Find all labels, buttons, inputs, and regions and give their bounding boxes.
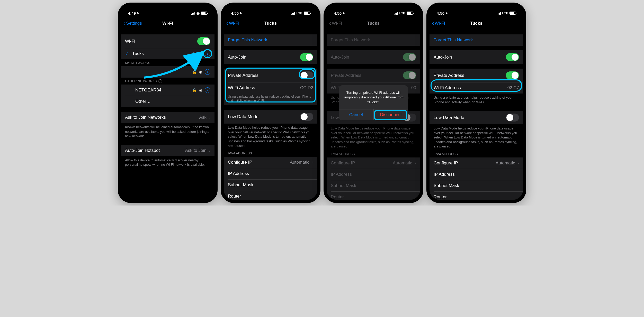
configure-ip-row[interactable]: Configure IPAutomatic› [430, 157, 523, 169]
info-icon[interactable]: i [205, 51, 210, 57]
location-icon: ➤ [240, 11, 242, 15]
hotspot-footer: Allow this device to automatically disco… [121, 156, 214, 169]
lte-label: LTE [502, 11, 508, 15]
alert-message: Turning on private Wi-Fi address will te… [339, 85, 408, 109]
status-time: 4:50 [231, 11, 239, 15]
wifi-strength-icon: ◉ [199, 70, 202, 74]
battery-icon [509, 12, 516, 15]
wifi-switch[interactable] [197, 37, 210, 45]
screen-2: 4:50➤ LTE ‹Wi-Fi Tucks Forget This Netwo… [224, 6, 317, 200]
wifi-addr-value: CC:D2 [300, 85, 313, 90]
wifi-addr-label: Wi-Fi Address [228, 85, 300, 90]
chevron-left-icon: ‹ [226, 20, 228, 27]
ipv4-header: IPV4 ADDRESS [430, 151, 523, 157]
signal-icon [291, 12, 295, 15]
other-row[interactable]: Other… [121, 96, 214, 107]
signal-icon [191, 12, 195, 15]
location-icon: ➤ [137, 11, 139, 15]
low-data-row[interactable]: Low Data Mode [430, 111, 523, 124]
wifi-toggle-row[interactable]: Wi-Fi [121, 34, 214, 48]
wifi-label: Wi-Fi [125, 39, 197, 44]
notch [248, 3, 293, 10]
wifi-addr-value: 02:C7 [507, 85, 519, 90]
cfg-label: Configure IP [434, 161, 496, 166]
subnet-label: Subnet Mask [228, 182, 313, 188]
content: Wi-Fi ✓Tucks 🔒◉i MY NETWORKS 🔒◉i OTHER N… [121, 29, 214, 200]
low-data-footer: Low Data Mode helps reduce your iPhone d… [430, 124, 523, 151]
battery-icon [304, 12, 310, 15]
hotspot-row[interactable]: Auto-Join Hotspot Ask to Join› [121, 145, 214, 156]
subnet-label: Subnet Mask [434, 183, 519, 188]
other-label: Other… [125, 99, 210, 104]
subnet-row: Subnet Mask [224, 179, 317, 191]
low-data-row[interactable]: Low Data Mode [224, 110, 317, 124]
ask-to-join-row[interactable]: Ask to Join Networks Ask› [121, 112, 214, 123]
low-data-label: Low Data Mode [434, 115, 506, 120]
forget-label: Forget This Network [228, 38, 313, 43]
autojoin-switch[interactable] [506, 53, 519, 61]
alert-cancel-button[interactable]: Cancel [339, 109, 373, 120]
private-footer: Using a private address helps reduce tra… [224, 94, 317, 105]
wifi-address-row: Wi-Fi Address02:C7 [430, 82, 523, 94]
back-button[interactable]: ‹Wi-Fi [432, 20, 445, 27]
private-address-row[interactable]: Private Address [224, 69, 317, 82]
router-label: Router [434, 194, 519, 200]
chevron-right-icon: › [209, 148, 210, 153]
status-time: 4:49 [128, 11, 136, 15]
alert-disconnect-button[interactable]: Disconnect [373, 109, 408, 120]
private-switch[interactable] [506, 71, 519, 79]
location-icon: ➤ [445, 11, 448, 15]
info-icon[interactable]: i [205, 69, 210, 75]
wifi-addr-label: Wi-Fi Address [434, 85, 507, 90]
my-networks-header: MY NETWORKS [121, 59, 214, 66]
ask-value: Ask [199, 115, 206, 120]
auto-join-row[interactable]: Auto-Join [224, 50, 317, 64]
screen-1: 4:49➤ ◉ ‹Settings Wi-Fi Wi-Fi ✓Tucks 🔒◉i… [121, 6, 214, 200]
autojoin-label: Auto-Join [228, 55, 300, 60]
router-row: Router [430, 191, 523, 200]
chevron-right-icon: › [312, 160, 313, 165]
autojoin-label: Auto-Join [434, 55, 506, 60]
network-name: NETGEAR84 [125, 88, 192, 93]
router-label: Router [228, 194, 313, 199]
info-icon[interactable]: i [205, 87, 210, 93]
ask-footer: Known networks will be joined automatica… [121, 123, 214, 140]
back-label: Wi-Fi [229, 21, 239, 26]
alert-dialog: Turning on private Wi-Fi address will te… [339, 85, 408, 120]
configure-ip-row[interactable]: Configure IPAutomatic› [224, 157, 317, 168]
cfg-value: Automatic [496, 161, 515, 166]
other-network-row[interactable]: NETGEAR84 🔒◉i [121, 85, 214, 96]
wifi-icon: ◉ [196, 11, 200, 15]
cfg-value: Automatic [290, 160, 309, 165]
status-time: 4:50 [437, 11, 444, 15]
autojoin-switch[interactable] [300, 53, 313, 61]
back-label: Settings [126, 21, 142, 26]
ip-label: IP Address [228, 171, 313, 176]
private-address-row[interactable]: Private Address [430, 69, 523, 82]
forget-network-button[interactable]: Forget This Network [430, 34, 523, 46]
low-data-switch[interactable] [506, 114, 519, 122]
wifi-strength-icon: ◉ [199, 88, 202, 92]
forget-network-button[interactable]: Forget This Network [224, 34, 317, 46]
lock-icon: 🔒 [192, 52, 196, 56]
my-network-row[interactable]: 🔒◉i [121, 66, 214, 78]
checkmark-icon: ✓ [125, 51, 130, 57]
ask-label: Ask to Join Networks [125, 115, 199, 120]
signal-icon [497, 12, 501, 15]
connected-network-row[interactable]: ✓Tucks 🔒◉i [121, 48, 214, 59]
nav-bar: ‹Wi-Fi Tucks [430, 18, 523, 29]
screen-3: 4:50➤ LTE ‹Wi-Fi Tucks Forget This Netwo… [327, 6, 420, 200]
ip-label: IP Address [434, 172, 519, 177]
hotspot-label: Auto-Join Hotspot [125, 148, 185, 153]
cfg-label: Configure IP [228, 160, 290, 165]
back-button[interactable]: ‹Wi-Fi [226, 20, 239, 27]
back-button[interactable]: ‹Settings [123, 20, 142, 27]
battery-icon [201, 12, 207, 15]
ip-address-row: IP Address [224, 168, 317, 179]
auto-join-row[interactable]: Auto-Join [430, 50, 523, 64]
notch [145, 3, 190, 10]
low-data-switch[interactable] [300, 113, 313, 121]
forget-label: Forget This Network [434, 38, 519, 43]
private-switch[interactable] [300, 71, 313, 79]
screen-4: 4:50➤ LTE ‹Wi-Fi Tucks Forget This Netwo… [430, 6, 523, 200]
